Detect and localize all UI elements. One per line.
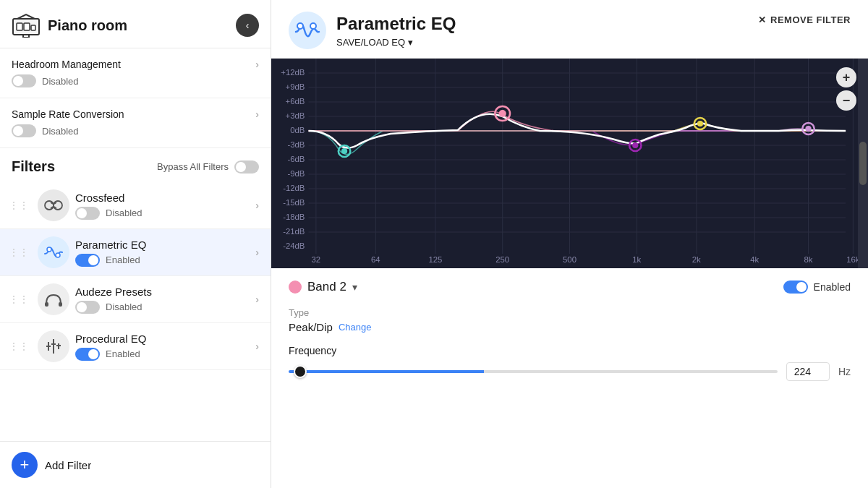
audeze-info: Audeze Presets Disabled [75, 286, 250, 314]
zoom-in-button[interactable]: + [836, 67, 856, 87]
sidebar: Piano room ‹ Headroom Management › Disab… [0, 0, 271, 488]
sample-rate-label: Sample Rate Conversion [12, 108, 124, 120]
drag-handle-crossfeed[interactable]: ⋮⋮ [6, 200, 32, 211]
filter-list: ⋮⋮ Crossfeed Disabled › ⋮⋮ [0, 182, 271, 441]
audeze-name: Audeze Presets [75, 286, 250, 298]
svg-text:250: 250 [495, 255, 509, 264]
drag-handle-procedural[interactable]: ⋮⋮ [6, 341, 32, 352]
procedural-eq-status: Enabled [106, 348, 140, 359]
svg-text:-6dB: -6dB [287, 155, 305, 163]
procedural-eq-info: Procedural EQ Enabled [75, 333, 250, 361]
procedural-eq-name: Procedural EQ [75, 333, 250, 345]
crossfeed-toggle[interactable] [75, 207, 100, 220]
parametric-eq-chevron: › [255, 247, 259, 258]
eq-wave-icon [294, 17, 320, 43]
svg-text:+12dB: +12dB [281, 68, 305, 77]
band-header: Band 2 ▾ Enabled [289, 280, 851, 294]
bypass-row: Bypass All Filters [157, 160, 259, 174]
change-type-link[interactable]: Change [339, 322, 372, 333]
sample-rate-section: Sample Rate Conversion › Disabled [0, 98, 271, 148]
headroom-status: Disabled [42, 76, 79, 87]
parametric-eq-name: Parametric EQ [75, 239, 250, 251]
audeze-chevron: › [255, 294, 259, 305]
frequency-input[interactable] [786, 362, 830, 381]
sidebar-title-row: Piano room [12, 13, 127, 38]
headroom-section: Headroom Management › Disabled [0, 48, 271, 98]
scrollbar-thumb[interactable] [859, 142, 867, 185]
filter-item-audeze-presets[interactable]: ⋮⋮ Audeze Presets Disabled › [0, 276, 271, 323]
procedural-eq-chevron: › [255, 341, 259, 352]
frequency-unit: Hz [838, 366, 851, 377]
add-filter-button[interactable]: + Add Filter [0, 441, 271, 488]
crossfeed-chevron: › [255, 200, 259, 211]
band-enabled-toggle[interactable] [783, 281, 808, 294]
audeze-toggle-row: Disabled [75, 301, 250, 314]
frequency-slider-row: Hz [289, 362, 851, 381]
drag-handle-parametric-eq[interactable]: ⋮⋮ [6, 247, 32, 258]
save-load-button[interactable]: SAVE/LOAD EQ ▾ [336, 37, 456, 48]
svg-point-74 [805, 126, 811, 132]
frequency-label: Frequency [289, 345, 851, 356]
headroom-label-row[interactable]: Headroom Management › [12, 59, 259, 70]
save-load-label: SAVE/LOAD EQ [336, 37, 405, 48]
crossfeed-info: Crossfeed Disabled [75, 192, 250, 220]
svg-text:-21dB: -21dB [283, 227, 305, 236]
drag-handle-audeze[interactable]: ⋮⋮ [6, 294, 32, 305]
sample-rate-label-row[interactable]: Sample Rate Conversion › [12, 108, 259, 120]
svg-rect-3 [31, 25, 35, 30]
collapse-button[interactable]: ‹ [236, 14, 259, 37]
svg-point-66 [341, 148, 347, 154]
filter-item-parametric-eq[interactable]: ⋮⋮ Parametric EQ Enabled › [0, 229, 271, 276]
svg-text:1k: 1k [632, 255, 641, 264]
filter-item-procedural-eq[interactable]: ⋮⋮ Procedural EQ Enabled › [0, 323, 271, 370]
remove-filter-label: REMOVE FILTER [770, 14, 851, 25]
zoom-out-button[interactable]: − [836, 90, 856, 111]
svg-text:-18dB: -18dB [283, 213, 305, 221]
headroom-toggle[interactable] [12, 74, 36, 87]
svg-point-72 [697, 121, 703, 127]
type-param: Type Peak/Dip Change [289, 307, 851, 333]
svg-point-18 [310, 23, 316, 29]
svg-text:64: 64 [371, 255, 380, 264]
band-name: Band 2 [307, 280, 346, 294]
scrollbar-track[interactable] [858, 59, 868, 268]
sample-rate-toggle[interactable] [12, 124, 36, 137]
audeze-icon [43, 289, 64, 309]
svg-point-8 [56, 253, 60, 257]
svg-text:0dB: 0dB [290, 126, 305, 134]
svg-text:+3dB: +3dB [286, 111, 305, 120]
svg-text:2k: 2k [692, 255, 701, 264]
sample-rate-toggle-row: Disabled [12, 124, 259, 137]
bypass-toggle[interactable] [234, 160, 259, 174]
crossfeed-toggle-row: Disabled [75, 207, 250, 220]
crossfeed-icon-circle [38, 189, 69, 221]
band-enabled-row: Enabled [783, 281, 851, 294]
svg-text:500: 500 [563, 255, 576, 264]
svg-rect-9 [45, 302, 48, 307]
procedural-icon-circle [38, 330, 69, 362]
add-filter-icon: + [12, 452, 38, 478]
headroom-toggle-row: Disabled [12, 74, 259, 87]
svg-text:4k: 4k [750, 255, 759, 264]
svg-text:-12dB: -12dB [283, 184, 305, 192]
svg-text:+6dB: +6dB [286, 97, 305, 106]
svg-text:125: 125 [428, 255, 442, 264]
headroom-chevron: › [255, 59, 259, 70]
procedural-eq-toggle[interactable] [75, 348, 100, 361]
frequency-slider[interactable] [289, 370, 778, 373]
svg-point-17 [297, 23, 303, 29]
remove-filter-button[interactable]: ✕ REMOVE FILTER [758, 12, 851, 25]
svg-point-6 [54, 201, 62, 210]
svg-text:+9dB: +9dB [286, 82, 305, 91]
band-selector[interactable]: Band 2 ▾ [289, 280, 357, 294]
crossfeed-name: Crossfeed [75, 192, 250, 204]
parametric-eq-toggle[interactable] [75, 254, 100, 267]
save-load-chevron: ▾ [408, 37, 413, 48]
svg-rect-1 [17, 23, 22, 30]
zoom-controls: + − [836, 67, 856, 111]
filter-item-crossfeed[interactable]: ⋮⋮ Crossfeed Disabled › [0, 182, 271, 229]
eq-title-row: Parametric EQ SAVE/LOAD EQ ▾ [289, 12, 456, 49]
svg-text:-15dB: -15dB [283, 198, 305, 207]
eq-icon-circle [289, 12, 326, 49]
audeze-toggle[interactable] [75, 301, 100, 314]
